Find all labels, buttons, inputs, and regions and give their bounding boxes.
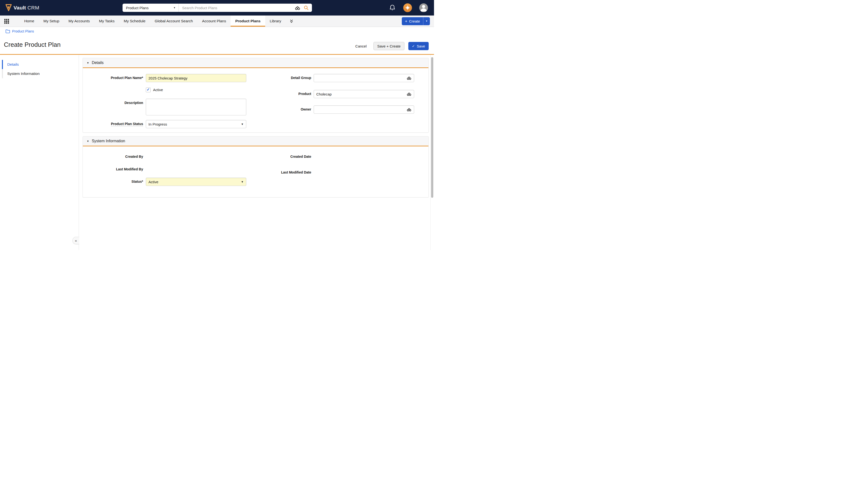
binoculars-lookup-icon[interactable]: [407, 76, 411, 80]
product-plan-status-label: Product Plan Status: [83, 122, 143, 126]
nav-tab-my-setup[interactable]: My Setup: [39, 15, 64, 27]
sidebar-items: Details System Information: [0, 60, 79, 78]
assistant-spark-icon[interactable]: [403, 3, 412, 12]
last-modified-date-label: Last Modified Date: [251, 170, 311, 175]
product-plan-status-select[interactable]: In Progress ▼: [146, 120, 246, 128]
checkbox-check-icon: ✓: [146, 87, 150, 92]
save-button[interactable]: ✓ Save: [408, 42, 429, 50]
chevron-down-icon: ▼: [241, 123, 244, 126]
brand-crm-text: CRM: [27, 5, 39, 11]
details-section-header[interactable]: ▼ Details: [83, 58, 429, 68]
system-information-section-title: System Information: [92, 139, 125, 143]
nav-tab-my-schedule[interactable]: My Schedule: [119, 15, 150, 27]
page-title: Create Product Plan: [4, 41, 60, 48]
section-collapse-icon: ▼: [87, 140, 89, 143]
breadcrumb[interactable]: Product Plans: [5, 29, 34, 33]
search-icon[interactable]: [304, 5, 309, 10]
breadcrumb-label: Product Plans: [12, 29, 34, 33]
search-scope-value: Product Plans: [126, 6, 149, 10]
save-button-label: Save: [417, 44, 425, 48]
primary-nav: Home My Setup My Accounts My Tasks My Sc…: [0, 15, 434, 27]
nav-tab-account-plans[interactable]: Account Plans: [197, 15, 231, 27]
search-icons: [295, 5, 312, 11]
sidebar-item-details[interactable]: Details: [2, 60, 79, 69]
vault-v-icon: [5, 4, 12, 12]
brand-logo[interactable]: Vault CRM: [0, 4, 39, 12]
binoculars-lookup-icon[interactable]: [407, 107, 411, 112]
folder-icon: [5, 29, 10, 33]
save-create-button[interactable]: Save + Create: [374, 42, 404, 50]
active-checkbox-label: Active: [153, 88, 163, 92]
notifications-bell-icon[interactable]: [389, 4, 396, 11]
scrollbar-thumb[interactable]: [431, 57, 433, 198]
description-label: Description: [83, 100, 143, 105]
topbar-right-icons: [389, 0, 434, 15]
vault-crm-app: Vault CRM Product Plans ▼: [0, 0, 434, 250]
nav-tab-my-tasks[interactable]: My Tasks: [94, 15, 119, 27]
nav-tab-home[interactable]: Home: [20, 15, 39, 27]
topbar: Vault CRM Product Plans ▼: [0, 0, 434, 15]
cancel-button[interactable]: Cancel: [352, 42, 370, 50]
sidebar-item-system-information[interactable]: System Information: [2, 69, 79, 78]
check-icon: ✓: [412, 44, 415, 48]
chevron-down-icon: ▼: [241, 181, 244, 183]
nav-overflow-button[interactable]: [286, 15, 297, 27]
owner-lookup[interactable]: [314, 105, 414, 114]
status-value: Active: [149, 180, 159, 184]
global-search-bar: Product Plans ▼: [122, 4, 312, 12]
nav-tab-product-plans[interactable]: Product Plans: [231, 15, 265, 27]
created-by-label: Created By: [83, 154, 143, 159]
status-label: Status*: [83, 179, 143, 184]
product-value: Cholecap: [316, 92, 331, 96]
page-actions: Cancel Save + Create ✓ Save: [352, 42, 429, 50]
create-split-button: + Create ▼: [402, 17, 430, 25]
details-section-title: Details: [92, 60, 104, 65]
create-dropdown-button[interactable]: ▼: [423, 17, 430, 25]
section-sidebar: Details System Information: [0, 55, 79, 250]
detail-group-lookup[interactable]: [314, 74, 414, 82]
double-chevron-down-icon: [289, 19, 294, 23]
nav-tab-global-account-search[interactable]: Global Account Search: [150, 15, 198, 27]
status-select[interactable]: Active ▼: [146, 178, 246, 186]
chevron-down-icon: ▼: [173, 7, 176, 9]
search-input[interactable]: [179, 4, 295, 12]
product-lookup[interactable]: Cholecap: [314, 90, 414, 98]
spark-star-glyph: [404, 4, 411, 11]
section-collapse-icon: ▼: [87, 61, 89, 64]
product-label: Product: [251, 91, 311, 96]
vertical-scrollbar: [430, 55, 434, 250]
collapse-sidebar-button[interactable]: «: [72, 237, 79, 244]
system-information-section-card: ▼ System Information Created By Created …: [83, 136, 429, 197]
created-date-label: Created Date: [251, 154, 311, 159]
chevron-down-icon: ▼: [425, 20, 428, 22]
nav-tab-my-accounts[interactable]: My Accounts: [64, 15, 94, 27]
grid-icon: [4, 19, 10, 24]
create-button-label: Create: [409, 19, 420, 23]
nav-tab-library[interactable]: Library: [265, 15, 286, 27]
detail-group-label: Detail Group: [251, 75, 311, 80]
last-modified-by-label: Last Modified By: [83, 167, 143, 172]
description-textarea[interactable]: [146, 99, 246, 115]
create-button[interactable]: + Create: [402, 17, 423, 25]
user-avatar[interactable]: [419, 3, 428, 12]
product-plan-status-value: In Progress: [149, 122, 167, 126]
person-glyph: [419, 3, 428, 12]
binoculars-icon[interactable]: [295, 5, 300, 11]
product-plan-name-input[interactable]: [146, 74, 246, 82]
product-plan-name-label: Product Plan Name*: [83, 75, 143, 80]
nav-tabs: Home My Setup My Accounts My Tasks My Sc…: [20, 15, 297, 27]
brand-vault-text: Vault: [14, 5, 26, 11]
plus-icon: +: [405, 19, 407, 23]
active-checkbox[interactable]: ✓: [146, 88, 151, 92]
binoculars-lookup-icon[interactable]: [407, 92, 411, 96]
details-section-card: ▼ Details Product Plan Name* ✓ Active De…: [83, 58, 429, 133]
system-information-section-header[interactable]: ▼ System Information: [83, 136, 429, 146]
collapse-left-icon: «: [75, 238, 77, 242]
app-launcher-button[interactable]: [0, 15, 13, 27]
search-scope-select[interactable]: Product Plans ▼: [122, 4, 179, 12]
owner-label: Owner: [251, 107, 311, 112]
